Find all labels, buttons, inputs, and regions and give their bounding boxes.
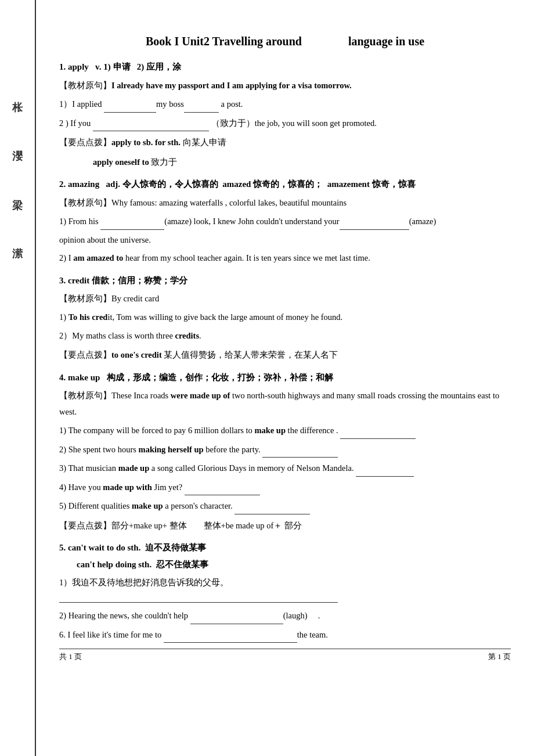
makeup-ex5: 5) Different qualities make up a person'… xyxy=(59,498,511,514)
blank-amazing-2 xyxy=(340,213,409,230)
credit-textbook: 【教材原句】By credit card xyxy=(59,291,511,307)
sidebar-char-4: 潆 xyxy=(10,239,24,242)
makeup-ex1: 1) The company will be forced to pay 6 m… xyxy=(59,422,511,439)
footer: 共 1 页 第 1 页 xyxy=(59,649,511,662)
section6-ex1: 6. I feel like it's time for me to the t… xyxy=(59,627,511,643)
makeup-tip: 【要点点拨】部分+make up+ 整体 整体+be made up of＋ 部… xyxy=(59,518,511,534)
makeup-ex2: 2) She spent two hours making herself up… xyxy=(59,441,511,458)
title-row: Book I Unit2 Travelling around language … xyxy=(59,35,511,48)
makeup-ex3: 3) That musician made up a song called G… xyxy=(59,460,511,477)
apply-ex1: 1）I applied my boss a post. xyxy=(59,96,511,113)
blank-laugh xyxy=(190,607,283,624)
blank-apply-3 xyxy=(93,115,209,132)
page-wrapper: 枨 瀴 梁 潆 Book I Unit2 Travelling around l… xyxy=(0,0,534,756)
blank-makeup-5 xyxy=(234,498,310,514)
section-credit-header: 3. credit 借款；信用；称赞；学分 xyxy=(59,272,511,289)
section-apply: 1. apply v. 1) 申请 2) 应用，涂 【教材原句】I alread… xyxy=(59,59,511,170)
section-cant-wait: 5. can't wait to do sth. 迫不及待做某事 can't h… xyxy=(59,539,511,643)
title-sub: language in use xyxy=(348,35,424,48)
cant-wait-ex1: 1）我迫不及待地想把好消息告诉我的父母。 xyxy=(59,575,511,591)
title-main: Book I Unit2 Travelling around xyxy=(146,35,302,48)
makeup-ex4: 4) Have you made up with Jim yet? xyxy=(59,479,511,496)
amazing-textbook: 【教材原句】Why famous: amazing waterfalls , c… xyxy=(59,195,511,211)
section-makeup-header: 4. make up 构成，形成；编造，创作；化妆，打扮；弥补，补偿；和解 xyxy=(59,369,511,386)
sidebar-char-1: 枨 xyxy=(10,93,24,95)
credit-tip: 【要点点拨】to one's credit 某人值得赞扬，给某人带来荣誉，在某人… xyxy=(59,347,511,363)
section-credit: 3. credit 借款；信用；称赞；学分 【教材原句】By credit ca… xyxy=(59,272,511,363)
section-apply-header: 1. apply v. 1) 申请 2) 应用，涂 xyxy=(59,59,511,75)
blank-apply-1 xyxy=(104,96,156,113)
answer-line-1 xyxy=(59,593,338,603)
section-amazing: 2. amazing adj. 令人惊奇的，令人惊喜的 amazed 惊奇的，惊… xyxy=(59,176,511,267)
blank-amazing-1 xyxy=(100,213,164,230)
apply-ex2: 2 ) If you （致力于）the job, you will soon g… xyxy=(59,115,511,132)
sidebar-char-2: 瀴 xyxy=(10,142,24,144)
section-cant-help-header: can't help doing sth. 忍不住做某事 xyxy=(59,556,511,573)
sidebar-char-3: 梁 xyxy=(10,190,24,193)
amazing-ex2: 2) I am amazed to hear from my school te… xyxy=(59,250,511,267)
makeup-textbook: 【教材原句】These Inca roads were made up of t… xyxy=(59,388,511,420)
section-cant-wait-header: 5. can't wait to do sth. 迫不及待做某事 xyxy=(59,539,511,556)
credit-ex2: 2）My maths class is worth three credits. xyxy=(59,328,511,344)
blank-makeup-3 xyxy=(356,460,414,477)
blank-makeup-1 xyxy=(340,422,416,439)
left-sidebar: 枨 瀴 梁 潆 xyxy=(0,0,36,756)
credit-ex1: 1) To his credit, Tom was willing to giv… xyxy=(59,309,511,326)
footer-total: 共 1 页 xyxy=(59,651,82,662)
apply-tip2: apply oneself to 致力于 xyxy=(59,154,511,171)
section-makeup: 4. make up 构成，形成；编造，创作；化妆，打扮；弥补，补偿；和解 【教… xyxy=(59,369,511,534)
footer-page: 第 1 页 xyxy=(488,651,511,662)
amazing-ex1: 1) From his (amaze) look, I knew John co… xyxy=(59,213,511,230)
blank-makeup-2 xyxy=(262,441,338,458)
blank-team xyxy=(164,627,297,643)
main-content: Book I Unit2 Travelling around language … xyxy=(36,0,534,756)
apply-textbook: 【教材原句】I already have my passport and I a… xyxy=(59,78,511,94)
amazing-ex1-cont: opinion about the universe. xyxy=(59,232,511,249)
section-amazing-header: 2. amazing adj. 令人惊奇的，令人惊喜的 amazed 惊奇的，惊… xyxy=(59,176,511,193)
cant-wait-ex2: 2) Hearing the news, she couldn't help (… xyxy=(59,607,511,624)
apply-tip1: 【要点点拨】apply to sb. for sth. 向某人申请 xyxy=(59,135,511,151)
blank-makeup-4 xyxy=(185,479,260,496)
blank-apply-2 xyxy=(184,96,219,113)
